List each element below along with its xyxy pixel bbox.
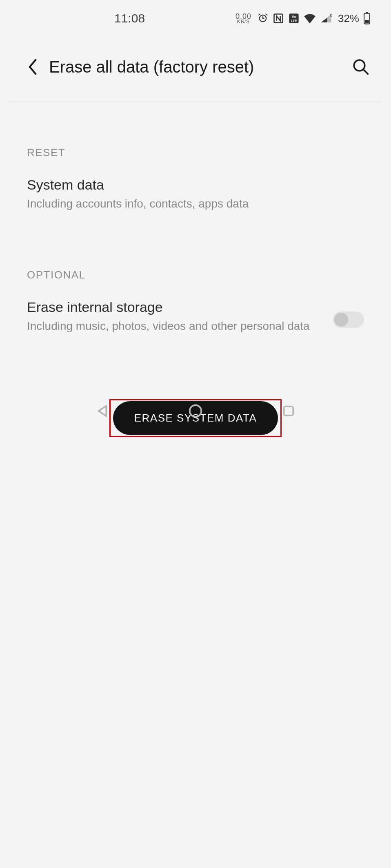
alarm-icon <box>257 13 269 24</box>
section-header-reset: RESET <box>27 146 364 159</box>
status-bar: 11:08 0.00 KB/S VoLTE x 32% <box>8 0 383 37</box>
system-nav-bar <box>8 401 383 421</box>
wifi-icon <box>304 13 316 24</box>
circle-home-icon <box>188 403 203 419</box>
square-recent-icon <box>282 404 295 418</box>
chevron-left-icon <box>27 59 38 75</box>
svg-rect-6 <box>366 12 368 13</box>
svg-text:LTE: LTE <box>291 19 297 23</box>
svg-text:x: x <box>330 13 332 18</box>
battery-percentage: 32% <box>338 12 359 25</box>
network-speed-indicator: 0.00 KB/S <box>235 13 251 24</box>
system-data-subtitle: Including accounts info, contacts, apps … <box>27 196 364 212</box>
nav-recent-button[interactable] <box>279 401 298 421</box>
page-title: Erase all data (factory reset) <box>49 58 351 76</box>
back-button[interactable] <box>24 59 41 75</box>
toggle-knob <box>334 313 348 327</box>
svg-rect-7 <box>365 20 369 23</box>
nfc-icon <box>273 13 284 24</box>
system-data-item[interactable]: System data Including accounts info, con… <box>27 177 364 212</box>
erase-internal-storage-toggle[interactable] <box>333 311 364 328</box>
svg-point-10 <box>190 405 202 417</box>
battery-icon <box>363 12 371 24</box>
erase-internal-storage-subtitle: Including music, photos, videos and othe… <box>27 318 321 334</box>
svg-line-9 <box>364 70 368 74</box>
system-data-title: System data <box>27 177 364 193</box>
erase-internal-storage-title: Erase internal storage <box>27 299 321 315</box>
volte-icon: VoLTE <box>288 13 300 24</box>
triangle-back-icon <box>95 403 110 419</box>
search-icon <box>352 58 369 75</box>
cellular-signal-icon: x <box>320 13 332 24</box>
status-icons: 0.00 KB/S VoLTE x 32% <box>235 12 371 25</box>
erase-internal-storage-item[interactable]: Erase internal storage Including music, … <box>27 299 364 334</box>
network-speed-unit: KB/S <box>237 20 250 24</box>
svg-rect-11 <box>284 406 293 415</box>
section-header-optional: OPTIONAL <box>27 269 364 281</box>
nav-home-button[interactable] <box>186 401 205 421</box>
svg-text:Vo: Vo <box>292 15 296 19</box>
nav-back-button[interactable] <box>93 401 112 421</box>
app-header: Erase all data (factory reset) <box>8 37 383 102</box>
search-button[interactable] <box>351 57 371 77</box>
status-time: 11:08 <box>114 11 145 25</box>
